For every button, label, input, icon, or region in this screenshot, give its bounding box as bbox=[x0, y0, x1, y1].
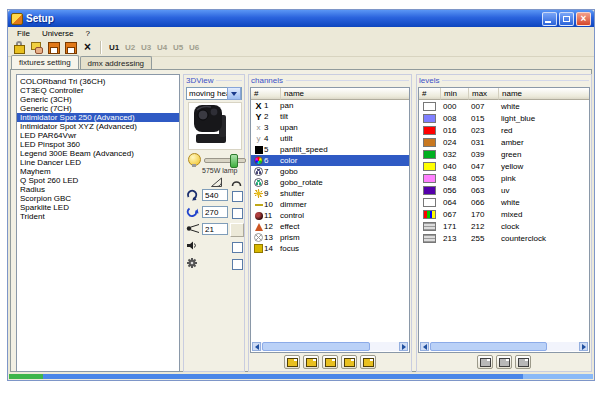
fixture-type-dropdown[interactable]: moving head bbox=[186, 87, 242, 100]
fixture-item[interactable]: Intimidator Spot 250 (Advanced) bbox=[17, 113, 179, 122]
fixture-item[interactable]: Q Spot 260 LED bbox=[17, 176, 179, 185]
fixture-item[interactable]: Line Dancer LED bbox=[17, 158, 179, 167]
fixture-item[interactable]: Legend 300E Beam (Advanced) bbox=[17, 149, 179, 158]
save-as-button[interactable] bbox=[322, 355, 338, 369]
menu-item-file[interactable]: File bbox=[11, 29, 36, 38]
channel-row[interactable]: 13prism bbox=[251, 232, 409, 243]
scroll-left-arrow[interactable] bbox=[420, 342, 429, 351]
color-swatch-uv bbox=[423, 186, 436, 195]
scroll-track[interactable] bbox=[429, 342, 579, 351]
universe-button-u4[interactable]: U4 bbox=[154, 41, 170, 54]
level-row[interactable]: 040047yellow bbox=[419, 160, 589, 172]
universe-button-u2[interactable]: U2 bbox=[122, 41, 138, 54]
export-button[interactable] bbox=[496, 355, 512, 369]
open-button[interactable] bbox=[284, 355, 300, 369]
fixture-item[interactable]: Radius bbox=[17, 185, 179, 194]
channel-row[interactable]: 4utilt bbox=[251, 133, 409, 144]
universe-button-u5[interactable]: U5 bbox=[170, 41, 186, 54]
level-row[interactable]: 213255counterclock bbox=[419, 232, 589, 244]
levels-col-swatch[interactable]: # bbox=[419, 88, 441, 100]
close-button[interactable] bbox=[576, 12, 591, 26]
pan-invert-checkbox[interactable] bbox=[232, 191, 243, 202]
channel-row[interactable]: 8gobo_rotate bbox=[251, 177, 409, 188]
channel-row[interactable]: 5pantilt_speed bbox=[251, 144, 409, 155]
tab-fixtures-setting[interactable]: fixtures setting bbox=[11, 55, 79, 70]
channel-row[interactable]: 11control bbox=[251, 210, 409, 221]
fixture-item[interactable]: Mayhem bbox=[17, 167, 179, 176]
channel-row[interactable]: 12effect bbox=[251, 221, 409, 232]
fixture-item[interactable]: LED PAR64Vwr bbox=[17, 131, 179, 140]
channel-row[interactable]: 10dimmer bbox=[251, 199, 409, 210]
level-row[interactable]: 016023red bbox=[419, 124, 589, 136]
scroll-thumb[interactable] bbox=[262, 342, 370, 351]
scroll-thumb[interactable] bbox=[430, 342, 547, 351]
scroll-right-arrow[interactable] bbox=[399, 342, 408, 351]
channels-col-name[interactable]: name bbox=[281, 88, 409, 100]
moving-head-image[interactable] bbox=[188, 102, 242, 150]
universe-button-u1[interactable]: U1 bbox=[106, 41, 122, 54]
level-row[interactable]: 000007white bbox=[419, 100, 589, 112]
channel-row[interactable]: 7gobo bbox=[251, 166, 409, 177]
fixture-item[interactable]: Trident bbox=[17, 212, 179, 221]
channel-row[interactable]: 14focus bbox=[251, 243, 409, 254]
level-row[interactable]: 064066white bbox=[419, 196, 589, 208]
universe-button-u3[interactable]: U3 bbox=[138, 41, 154, 54]
levels-col-name[interactable]: name bbox=[499, 88, 589, 100]
channels-col-number[interactable]: # bbox=[251, 88, 281, 100]
scroll-left-arrow[interactable] bbox=[252, 342, 261, 351]
tilt-invert-checkbox[interactable] bbox=[232, 208, 243, 219]
floppy-button[interactable] bbox=[45, 40, 62, 55]
level-row[interactable]: 024031amber bbox=[419, 136, 589, 148]
padlock-button[interactable] bbox=[11, 40, 28, 55]
channel-row[interactable]: 1pan bbox=[251, 100, 409, 111]
channel-row[interactable]: 9shutter bbox=[251, 188, 409, 199]
save-button[interactable] bbox=[303, 355, 319, 369]
level-row[interactable]: 067170mixed bbox=[419, 208, 589, 220]
cut-button[interactable] bbox=[79, 40, 96, 55]
level-row[interactable]: 048055pink bbox=[419, 172, 589, 184]
menu-item-universe[interactable]: Universe bbox=[36, 29, 80, 38]
hand-button[interactable] bbox=[28, 40, 45, 55]
fixture-item[interactable]: Generic (7CH) bbox=[17, 104, 179, 113]
minimize-button[interactable] bbox=[542, 12, 557, 26]
level-row[interactable]: 008015light_blue bbox=[419, 112, 589, 124]
beam-angle-input[interactable] bbox=[202, 223, 228, 235]
levels-col-max[interactable]: max bbox=[469, 88, 499, 100]
gear-checkbox[interactable] bbox=[232, 259, 243, 270]
channel-row[interactable]: 3upan bbox=[251, 122, 409, 133]
level-row[interactable]: 032039green bbox=[419, 148, 589, 160]
fixture-item[interactable]: CT3EQ Controller bbox=[17, 86, 179, 95]
chevron-down-icon[interactable] bbox=[227, 87, 241, 100]
scroll-track[interactable] bbox=[261, 342, 399, 351]
pan-range-input[interactable] bbox=[202, 189, 228, 201]
lamp-slider-thumb[interactable] bbox=[230, 154, 238, 168]
channels-hscrollbar[interactable] bbox=[252, 342, 408, 351]
tab-dmx-addressing[interactable]: dmx addressing bbox=[80, 56, 152, 69]
scroll-right-arrow[interactable] bbox=[579, 342, 588, 351]
floppy2-button[interactable] bbox=[62, 40, 79, 55]
levels-hscrollbar[interactable] bbox=[420, 342, 588, 351]
fixture-item[interactable]: LED Pinspot 360 bbox=[17, 140, 179, 149]
fixture-item[interactable]: COLORband Tri (36CH) bbox=[17, 77, 179, 86]
beam-option-box[interactable] bbox=[230, 223, 244, 237]
restore-button[interactable] bbox=[559, 12, 574, 26]
fixture-item[interactable]: Generic (3CH) bbox=[17, 95, 179, 104]
level-row[interactable]: 056063uv bbox=[419, 184, 589, 196]
fixture-item[interactable]: Scorpion GBC bbox=[17, 194, 179, 203]
universe-button-u6[interactable]: U6 bbox=[186, 41, 202, 54]
channel-row[interactable]: 2tilt bbox=[251, 111, 409, 122]
channel-row[interactable]: 6color bbox=[251, 155, 409, 166]
fixture-item[interactable]: Intimidator Spot XYZ (Advanced) bbox=[17, 122, 179, 131]
fixture-item[interactable]: Sparklite LED bbox=[17, 203, 179, 212]
export-button[interactable] bbox=[341, 355, 357, 369]
tilt-range-input[interactable] bbox=[202, 206, 228, 218]
open-button[interactable] bbox=[477, 355, 493, 369]
import-button[interactable] bbox=[515, 355, 531, 369]
import-button[interactable] bbox=[360, 355, 376, 369]
title-bar[interactable]: Setup bbox=[8, 10, 594, 27]
levels-col-min[interactable]: min bbox=[441, 88, 469, 100]
lamp-slider[interactable] bbox=[204, 158, 246, 163]
sound-checkbox[interactable] bbox=[232, 242, 243, 253]
menu-item-[interactable]: ? bbox=[79, 29, 95, 38]
level-row[interactable]: 171212clock bbox=[419, 220, 589, 232]
